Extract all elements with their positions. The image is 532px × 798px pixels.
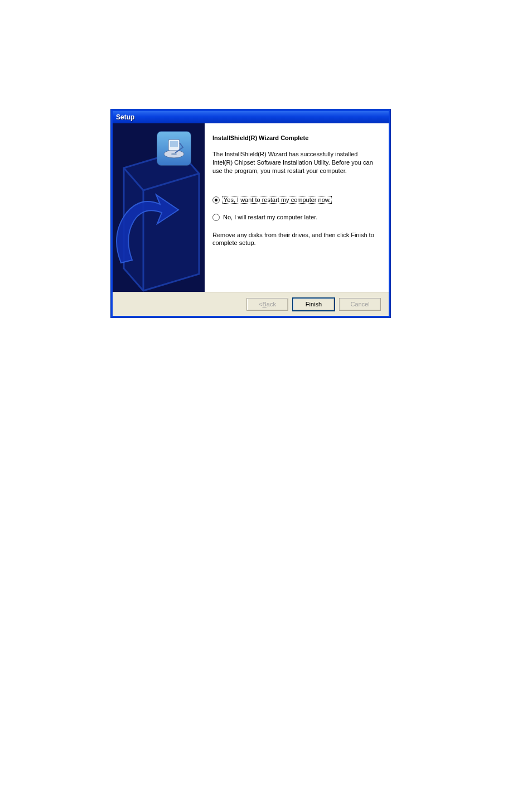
back-button: < Back — [246, 298, 288, 311]
cancel-button: Cancel — [339, 298, 381, 311]
finish-button[interactable]: Finish — [292, 297, 335, 311]
wizard-description: The InstallShield(R) Wizard has successf… — [212, 150, 376, 175]
installer-icon — [157, 131, 191, 166]
installer-dialog: Setup InstallSh — [111, 109, 390, 318]
dialog-content: InstallShield(R) Wizard Complete The Ins… — [113, 123, 389, 292]
titlebar-text: Setup — [116, 113, 134, 121]
wizard-heading: InstallShield(R) Wizard Complete — [212, 134, 376, 141]
footer-note: Remove any disks from their drives, and … — [212, 231, 376, 248]
radio-restart-later[interactable]: No, I will restart my computer later. — [212, 214, 376, 221]
radio-icon — [212, 214, 220, 221]
main-panel: InstallShield(R) Wizard Complete The Ins… — [205, 123, 389, 292]
radio-restart-now[interactable]: Yes, I want to restart my computer now. — [212, 196, 376, 204]
finish-button-label: Finish — [306, 301, 322, 307]
svg-rect-3 — [170, 141, 178, 147]
back-button-hotkey: B — [262, 301, 266, 307]
titlebar: Setup — [113, 111, 389, 123]
button-row: < Back Finish Cancel — [113, 292, 389, 316]
back-button-rest: ack — [267, 301, 276, 307]
radio-label-restart-now: Yes, I want to restart my computer now. — [223, 196, 331, 203]
cancel-button-label: Cancel — [350, 301, 369, 307]
sidebar-graphic — [113, 123, 205, 292]
radio-icon — [212, 196, 220, 204]
svg-point-1 — [171, 153, 177, 155]
radio-label-restart-later: No, I will restart my computer later. — [223, 214, 317, 220]
